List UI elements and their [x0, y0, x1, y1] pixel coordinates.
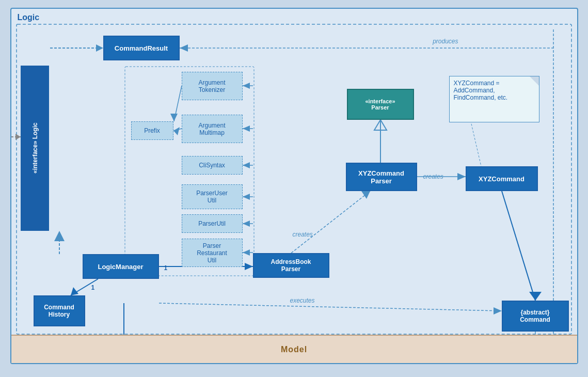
- interface-parser-box: «interface»Parser: [347, 89, 414, 120]
- svg-marker-15: [457, 173, 466, 180]
- svg-marker-7: [15, 134, 21, 140]
- parser-user-util-box: ParserUserUtil: [182, 184, 243, 209]
- parser-restaurant-util-box: ParserRestaurantUtil: [182, 239, 243, 267]
- interface-logic-box: «interface» Logic: [21, 66, 49, 231]
- svg-marker-32: [243, 221, 250, 227]
- arg-tokenizer-box: ArgumentTokenizer: [182, 72, 243, 100]
- abstract-command-label: {abstract}Command: [520, 309, 550, 323]
- creates-label-2: creates: [423, 173, 443, 180]
- svg-line-12: [291, 191, 370, 253]
- model-label: Model: [281, 345, 307, 354]
- svg-line-41: [173, 129, 182, 131]
- executes-label: executes: [290, 297, 315, 304]
- logic-manager-box: LogicManager: [83, 254, 159, 279]
- svg-marker-19: [529, 292, 542, 301]
- svg-marker-40: [243, 83, 250, 89]
- svg-marker-21: [494, 307, 502, 315]
- cli-syntax-box: CliSyntax: [182, 156, 243, 175]
- svg-marker-9: [54, 231, 65, 241]
- count-label-1: 1: [91, 284, 95, 291]
- svg-marker-5: [96, 44, 103, 52]
- svg-marker-30: [243, 249, 250, 256]
- xyz-command-parser-label: XYZCommandParser: [358, 169, 404, 185]
- arg-tokenizer-label: ArgumentTokenizer: [198, 79, 225, 93]
- note-text: XYZCommand = AddCommand, FindCommand, et…: [454, 80, 508, 101]
- abstract-command-box: {abstract}Command: [502, 301, 569, 332]
- svg-marker-3: [180, 44, 188, 52]
- svg-marker-28: [170, 114, 178, 121]
- svg-marker-38: [243, 125, 250, 132]
- command-history-label: CommandHistory: [44, 304, 74, 318]
- svg-marker-45: [71, 287, 78, 295]
- svg-marker-36: [243, 162, 250, 168]
- svg-line-20: [159, 303, 502, 311]
- svg-marker-11: [245, 263, 253, 270]
- logic-title-label: Logic: [18, 13, 40, 22]
- parser-user-util-label: ParserUserUtil: [196, 190, 228, 204]
- produces-label: produces: [433, 38, 458, 45]
- creates-label-1: creates: [293, 231, 313, 238]
- xyz-command-parser-box: XYZCommandParser: [346, 163, 417, 191]
- xyz-command-box: XYZCommand: [466, 166, 538, 191]
- main-diagram: Logic: [10, 8, 578, 364]
- svg-line-18: [502, 191, 535, 301]
- svg-marker-17: [374, 120, 387, 130]
- command-history-box: CommandHistory: [34, 295, 85, 326]
- count-label-2: 1: [164, 264, 168, 272]
- parser-util-box: ParserUtil: [182, 214, 243, 233]
- parser-restaurant-util-label: ParserRestaurantUtil: [197, 242, 227, 264]
- svg-marker-13: [361, 191, 370, 199]
- prefix-box: Prefix: [131, 121, 173, 140]
- addressbook-parser-label: AddressBookParser: [271, 258, 311, 273]
- arg-multimap-label: ArgumentMultimap: [198, 122, 225, 136]
- addressbook-parser-box: AddressBookParser: [253, 253, 329, 278]
- svg-line-27: [174, 86, 182, 121]
- command-result-box: CommandResult: [103, 36, 180, 60]
- note-box: XYZCommand = AddCommand, FindCommand, et…: [449, 76, 539, 122]
- svg-marker-34: [243, 194, 250, 200]
- arg-multimap-box: ArgumentMultimap: [182, 115, 243, 143]
- model-section: Model: [11, 335, 577, 363]
- svg-marker-42: [173, 127, 180, 135]
- interface-parser-label: «interface»Parser: [365, 98, 395, 111]
